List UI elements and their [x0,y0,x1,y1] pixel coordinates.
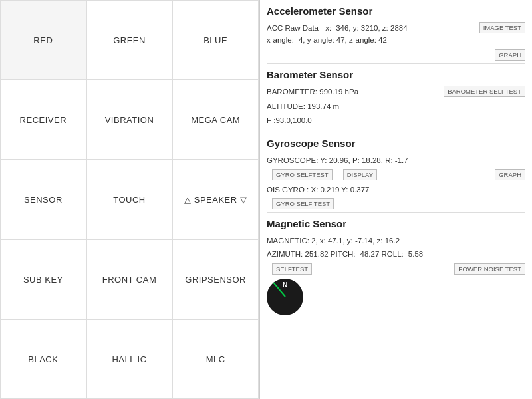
gyro-val: GYROSCOPE: Y: 20.96, P: 18.28, R: -1.7 [267,154,525,166]
barometer-title: Barometer Sensor [267,69,525,82]
barometer-data-row: BAROMETER: 990.19 hPa BAROMETER SELFTEST [267,86,525,98]
azimuth-val: AZIMUTH: 251.82 PITCH: -48.27 ROLL: -5.5… [267,248,525,260]
barometer-selftest-button[interactable]: BAROMETER SELFTEST [444,86,525,97]
magnetic-section: Magnetic Sensor MAGNETIC: 2, x: 47.1, y:… [267,218,525,318]
grid-cell-front-cam[interactable]: FRONT CAM [86,239,173,319]
grid-cell-mega-cam[interactable]: MEGA CAM [172,80,259,160]
grid-cell-hall-ic[interactable]: HALL IC [86,319,173,399]
accelerometer-line2: x-angle: -4, y-angle: 47, z-angle: 42 [267,34,474,46]
altitude-val: ALTITUDE: 193.74 m [267,100,525,112]
accelerometer-data-row: ACC Raw Data - x: -346, y: 3210, z: 2884… [267,22,525,47]
grid-cell-gripsensor[interactable]: GRIPSENSOR [172,239,259,319]
gyro-display-button[interactable]: DISPLAY [343,169,377,180]
grid-cell-red[interactable]: RED [0,0,86,80]
grid-cell-black[interactable]: BLACK [0,319,86,399]
magnetic-btn-row: SELFTEST POWER NOISE TEST [267,263,525,275]
gyro-self-test-button[interactable]: GYRO SELF TEST [272,198,334,209]
grid-cell-△-speaker-▽[interactable]: △ SPEAKER ▽ [172,160,259,239]
compass-north-label: N [283,281,287,289]
grid-cell-blue[interactable]: BLUE [172,0,259,80]
barometer-section: Barometer Sensor BAROMETER: 990.19 hPa B… [267,69,525,132]
grid-cell-vibration[interactable]: VIBRATION [86,80,173,160]
gyroscope-title: Gyroscope Sensor [267,138,525,151]
accelerometer-line1: ACC Raw Data - x: -346, y: 3210, z: 2884 [267,22,474,34]
grid-cell-green[interactable]: GREEN [86,0,173,80]
gyroscope-section: Gyroscope Sensor GYROSCOPE: Y: 20.96, P:… [267,138,525,213]
grid-cell-sensor[interactable]: SENSOR [0,160,86,239]
accelerometer-section: Accelerometer Sensor ACC Raw Data - x: -… [267,5,525,64]
accelerometer-graph-button[interactable]: GRAPH [495,49,525,61]
image-test-button[interactable]: IMAGE TEST [479,22,525,33]
grid-cell-receiver[interactable]: RECEIVER [0,80,86,160]
grid-cell-sub-key[interactable]: SUB KEY [0,239,86,319]
accelerometer-data: ACC Raw Data - x: -346, y: 3210, z: 2884… [267,22,474,47]
grid-cell-touch[interactable]: TOUCH [86,160,173,239]
magnetic-selftest-button[interactable]: SELFTEST [272,263,312,275]
accelerometer-title: Accelerometer Sensor [267,5,525,19]
ois-val: OIS GYRO : X: 0.219 Y: 0.377 [267,184,525,196]
power-noise-test-button[interactable]: POWER NOISE TEST [454,263,525,275]
gyro-selftest-button[interactable]: GYRO SELFTEST [272,169,332,180]
gyro-btn-row: GYRO SELFTEST DISPLAY GRAPH [267,169,525,180]
grid-cell-mlc[interactable]: MLC [172,319,259,399]
compass: N [267,279,303,315]
right-panel: Accelerometer Sensor ACC Raw Data - x: -… [259,0,532,399]
magnetic-val: MAGNETIC: 2, x: 47.1, y: -7.14, z: 16.2 [267,235,525,247]
f-val: F :93.0,100.0 [267,114,525,126]
magnetic-title: Magnetic Sensor [267,218,525,231]
gyro-graph-button[interactable]: GRAPH [495,169,525,180]
barometer-val: BAROMETER: 990.19 hPa [267,86,438,98]
left-panel: REDGREENBLUERECEIVERVIBRATIONMEGA CAMSEN… [0,0,259,399]
